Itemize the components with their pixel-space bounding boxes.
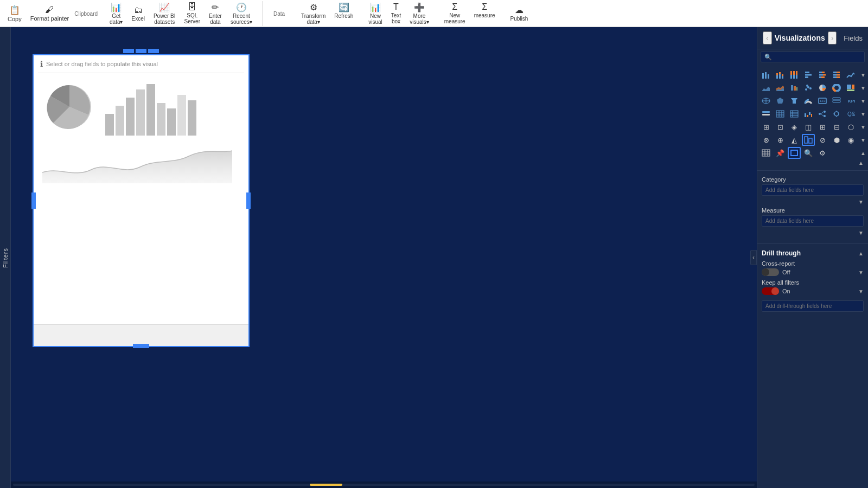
viz-search-input[interactable]: [761, 52, 865, 62]
drill-through-collapse-icon[interactable]: ▲: [858, 251, 864, 256]
custom-viz-13[interactable]: ⬢: [830, 134, 843, 146]
svg-rect-6: [779, 72, 781, 74]
clustered-column-icon[interactable]: [760, 69, 773, 81]
measure-expand-row: ▼: [762, 230, 864, 236]
resize-handle-top-2[interactable]: [136, 49, 146, 53]
publish-button[interactable]: ☁ Publish: [507, 4, 532, 23]
area-chart-icon[interactable]: [760, 82, 773, 94]
visual-card: ℹ Select or drag fields to populate this…: [33, 54, 250, 347]
gauge-icon[interactable]: [802, 95, 815, 107]
stacked-area-icon[interactable]: [774, 82, 787, 94]
resize-handle-left[interactable]: [31, 192, 36, 209]
cross-report-toggle[interactable]: [762, 268, 779, 276]
sql-server-button[interactable]: 🗄 SQLServer: [181, 1, 203, 25]
extra-icon-2[interactable]: ⚙: [816, 147, 829, 159]
custom-viz-2[interactable]: ⊡: [774, 121, 787, 133]
collapse-panel-button[interactable]: ‹: [750, 250, 757, 265]
100-stacked-column-icon[interactable]: [788, 69, 801, 81]
format-painter-button[interactable]: 🖌 Format painter: [27, 4, 73, 23]
text-box-button[interactable]: T Textbox: [388, 1, 404, 26]
row1-expand[interactable]: ▼: [860, 72, 866, 78]
resize-handle-top-3[interactable]: [148, 49, 159, 53]
row5-expand[interactable]: ▼: [860, 124, 866, 130]
map-icon[interactable]: [760, 95, 773, 107]
matrix-icon[interactable]: [788, 108, 801, 120]
viz-icons-row-7: 📌 🔍 ⚙ ▲: [760, 147, 866, 159]
svg-rect-23: [821, 76, 825, 78]
custom-viz-10[interactable]: ◭: [788, 134, 801, 146]
card-icon[interactable]: 123: [816, 95, 829, 107]
row6-expand[interactable]: ▼: [860, 137, 866, 143]
pin-icon[interactable]: 📌: [774, 147, 787, 159]
table-icon[interactable]: [774, 108, 787, 120]
panel-back-arrow[interactable]: ‹: [763, 31, 772, 44]
pie-chart-icon[interactable]: [816, 82, 829, 94]
row4-expand[interactable]: ▼: [860, 111, 866, 117]
keep-all-filters-expand-icon[interactable]: ▼: [858, 288, 864, 294]
expand-up-icon[interactable]: ▲: [858, 160, 864, 166]
decomp-tree-icon[interactable]: [816, 108, 829, 120]
filled-map-icon[interactable]: [774, 95, 787, 107]
custom-viz-14[interactable]: ◉: [844, 134, 857, 146]
custom-viz-3[interactable]: ◈: [788, 121, 801, 133]
custom-viz-8[interactable]: ⊗: [760, 134, 773, 146]
panel-forward-arrow[interactable]: ›: [828, 31, 837, 44]
svg-rect-4: [776, 73, 778, 75]
copy-button[interactable]: 📋 Copy: [4, 4, 25, 23]
scrollbar-thumb[interactable]: [310, 484, 342, 486]
row3-expand[interactable]: ▼: [860, 98, 866, 104]
refresh-button[interactable]: 🔄 Refresh: [331, 1, 356, 26]
measure-field-input[interactable]: [762, 215, 864, 227]
get-data-button[interactable]: 📊 Getdata▾: [106, 1, 126, 26]
funnel-icon[interactable]: [788, 95, 801, 107]
category-field-input[interactable]: [762, 184, 864, 196]
excel-button[interactable]: 🗂 Excel: [129, 4, 148, 23]
ribbon-chart-icon[interactable]: [788, 82, 801, 94]
resize-handle-right[interactable]: [246, 192, 251, 209]
custom-viz-5[interactable]: ⊞: [816, 121, 829, 133]
row2-expand[interactable]: ▼: [860, 85, 866, 91]
custom-viz-9[interactable]: ⊕: [774, 134, 787, 146]
100-bar-icon[interactable]: [830, 69, 843, 81]
qa-icon[interactable]: Q&A: [844, 108, 857, 120]
drill-through-field-input[interactable]: [762, 300, 864, 312]
kpi-icon[interactable]: KPI: [844, 95, 857, 107]
measure-chevron-icon[interactable]: ▼: [858, 230, 864, 236]
enter-data-button[interactable]: ✏ Enterdata: [206, 1, 225, 26]
info-icon: ℹ: [40, 60, 43, 68]
custom-viz-7[interactable]: ⬡: [844, 121, 857, 133]
line-chart-icon[interactable]: [844, 69, 857, 81]
stacked-column-icon[interactable]: [774, 69, 787, 81]
more-visuals-button[interactable]: ➕ Morevisuals▾: [406, 1, 432, 26]
custom-viz-4[interactable]: ◫: [802, 121, 815, 133]
recent-sources-button[interactable]: 🕐 Recentsources▾: [227, 1, 256, 26]
stacked-bar-icon[interactable]: [816, 69, 829, 81]
cross-report-expand-icon[interactable]: ▼: [858, 269, 864, 275]
custom-viz-12[interactable]: ⊘: [816, 134, 829, 146]
custom-viz-1[interactable]: ⊞: [760, 121, 773, 133]
grid-icon[interactable]: [760, 147, 773, 159]
scatter-chart-icon[interactable]: [802, 82, 815, 94]
treemap-icon[interactable]: [844, 82, 857, 94]
measure-button[interactable]: Σ measure: [471, 1, 499, 25]
transform-data-button[interactable]: ⚙ Transformdata▾: [298, 1, 329, 26]
extra-icon-1[interactable]: 🔍: [802, 147, 815, 159]
scrollbar-track[interactable]: [13, 484, 755, 486]
donut-chart-icon[interactable]: [830, 82, 843, 94]
resize-handle-top-1[interactable]: [123, 49, 134, 53]
row7-expand[interactable]: ▲: [860, 150, 866, 156]
waterfall-icon[interactable]: [802, 108, 815, 120]
new-visual-button[interactable]: 📊 Newvisual: [365, 1, 386, 26]
key-influencers-icon[interactable]: [830, 108, 843, 120]
category-chevron-icon[interactable]: ▼: [858, 199, 864, 205]
slicer-icon[interactable]: [760, 108, 773, 120]
keep-all-filters-toggle[interactable]: [762, 287, 779, 295]
custom-viz-6[interactable]: ⊟: [830, 121, 843, 133]
resize-handle-bottom[interactable]: [133, 344, 149, 348]
multi-row-card-icon[interactable]: [830, 95, 843, 107]
clustered-bar-icon[interactable]: [802, 69, 815, 81]
new-measure-button[interactable]: Σ Newmeasure: [441, 1, 469, 25]
selected-viz-icon[interactable]: [802, 134, 815, 146]
power-bi-datasets-button[interactable]: 📈 Power BIdatasets: [150, 1, 179, 26]
selected-box-icon[interactable]: [788, 147, 801, 159]
